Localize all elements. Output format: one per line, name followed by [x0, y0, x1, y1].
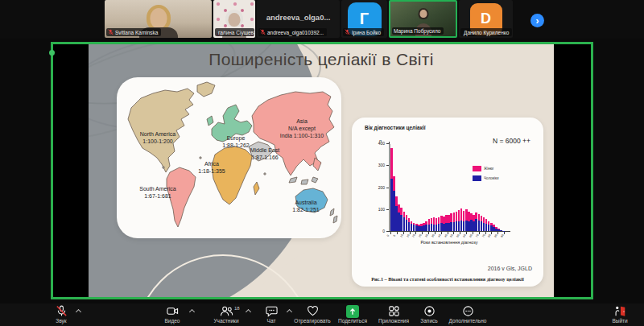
map-label-south-america: South America1:67-1:681 [138, 185, 177, 200]
participant-name: Марина Побрусило [394, 28, 440, 34]
share-border-frame: Поширеність целіакії в Світі [51, 42, 593, 299]
diagnosis-age-chart-card: 0100200300400051015202530354045505560657… [352, 118, 543, 287]
avatar [229, 13, 241, 27]
chart-element [386, 209, 389, 210]
chart-element: 45 [444, 233, 448, 237]
avatar [150, 8, 167, 28]
more-ellipsis-icon [442, 305, 493, 317]
chart-element: 25 [418, 233, 423, 237]
participants-button[interactable]: Участники [200, 305, 252, 324]
chart-element [386, 231, 389, 232]
participant-name-tag: Данило Куриленко [460, 28, 512, 36]
map-madagascar [254, 182, 259, 195]
slide-title: Поширеність целіакії в Світі [89, 50, 554, 69]
chart-element: 20 [411, 233, 416, 237]
participant-name-tag: Ірина Бойко [343, 28, 384, 36]
map-indonesia [289, 177, 318, 184]
leave-meeting-button[interactable]: Выйти [594, 305, 644, 324]
chart-header: Вік діагностики целіакії [365, 125, 426, 130]
chart-element [410, 232, 411, 234]
chart-element: 30 [424, 233, 429, 237]
chart-element [504, 232, 505, 234]
chart-element: 65 [469, 233, 473, 237]
chart-element [460, 232, 460, 234]
legend-item-men: Чоловіки [473, 175, 498, 181]
mic-muted-icon [108, 29, 114, 35]
participant-initial: D [481, 10, 491, 27]
chart-element: 200 [371, 185, 385, 190]
chart-y-axis-label: n [379, 138, 382, 143]
chart-element [403, 232, 404, 234]
chart-element: 40 [437, 233, 442, 237]
chart-element [441, 232, 442, 234]
participant-name: галина Сіушева [218, 30, 254, 35]
avatar [419, 10, 427, 18]
share-handle-dot[interactable] [49, 50, 55, 56]
participant-initial: Г [360, 10, 369, 28]
map-island [163, 167, 164, 168]
chart-element: 10 [399, 233, 404, 237]
map-island [200, 157, 201, 159]
shared-screen-stage: Поширеність целіакії в Світі [0, 39, 644, 303]
participant-name-tag: галина Сіушева [215, 28, 254, 36]
chart-element: 60 [462, 233, 467, 237]
legend-swatch-women [473, 166, 481, 171]
chart-element [479, 232, 480, 234]
chart-element: 70 [475, 233, 480, 237]
map-label-africa: Africa1:18-1:355 [188, 160, 236, 175]
chart-element [473, 232, 473, 234]
participant-tile-danylo[interactable]: D Данило Куриленко [459, 0, 513, 38]
chart-element [485, 232, 486, 234]
mic-muted-icon [260, 29, 266, 35]
chart-element [466, 232, 467, 234]
participant-name-tag: Svitlana Kaminska [106, 28, 161, 36]
chart-element: 5 [393, 234, 396, 237]
participant-tile-svitlana[interactable]: Svitlana Kaminska [105, 0, 212, 38]
chart-element [422, 232, 423, 234]
chart-element [386, 165, 389, 166]
chart-element [386, 143, 389, 144]
legend-item-women: Жінки [473, 166, 498, 171]
participants-strip: Svitlana Kaminska галина Сіушева andreev… [0, 0, 644, 39]
chart-element: 15 [406, 233, 411, 237]
legend-label-men: Чоловіки [484, 176, 498, 180]
chart-element: 55 [456, 233, 460, 237]
chart-element: 35 [431, 233, 436, 237]
map-se-asia [313, 158, 321, 171]
chart-element [453, 232, 454, 234]
participant-name-tag: Марина Побрусило [392, 27, 444, 35]
chart-element [415, 232, 416, 234]
map-label-middle-east: Middle East1:87-1:166 [234, 146, 295, 161]
map-label-north-america: North America1:100-1:200 [121, 130, 195, 145]
chart-element [428, 232, 429, 234]
participant-tile-galyna[interactable]: галина Сіушева [213, 0, 255, 38]
chart-source: 2016 v Gls, JGLD [488, 266, 532, 271]
chart-element [448, 232, 448, 234]
world-map [117, 77, 341, 238]
map-uk [207, 116, 213, 126]
map-label-australia: Australia1:82-1:251 [275, 199, 337, 213]
map-label-asia: AsiaN/A exceptIndia 1:100-1:310 [264, 118, 340, 139]
participants-icon [200, 305, 252, 317]
chart-element [397, 232, 398, 234]
map-island [264, 173, 266, 175]
participant-name: Данило Куриленко [464, 30, 509, 35]
more-button[interactable]: Дополнительно [442, 305, 493, 324]
participant-tile-maryna-active-speaker[interactable]: Марина Побрусило [389, 0, 457, 38]
participant-tile-iryna[interactable]: Г Ірина Бойко [341, 0, 387, 38]
chart-element [390, 232, 391, 234]
mic-muted-icon [345, 29, 350, 35]
chart-element: 80 [488, 233, 493, 237]
chart-legend: Жінки Чоловіки [473, 166, 498, 185]
chart-n-annotation: N = 6000 ++ [493, 137, 530, 145]
participant-tile-andreeva[interactable]: andreeva_olga0... andreeva_olga010392... [257, 0, 340, 38]
video-button[interactable]: Видео [147, 305, 198, 324]
next-participants-button[interactable]: › [530, 14, 544, 27]
participant-name: andreeva_olga010392... [267, 30, 324, 35]
chart-element: 0 [371, 229, 385, 233]
audio-button[interactable]: Звук [35, 305, 87, 324]
figure-caption: Рис.1 – Вікові та статеві особливості вс… [357, 276, 539, 282]
participants-count-badge: 18 [234, 306, 240, 311]
participant-screen-name: andreeva_olga0... [257, 13, 340, 22]
leave-door-icon [594, 305, 644, 317]
